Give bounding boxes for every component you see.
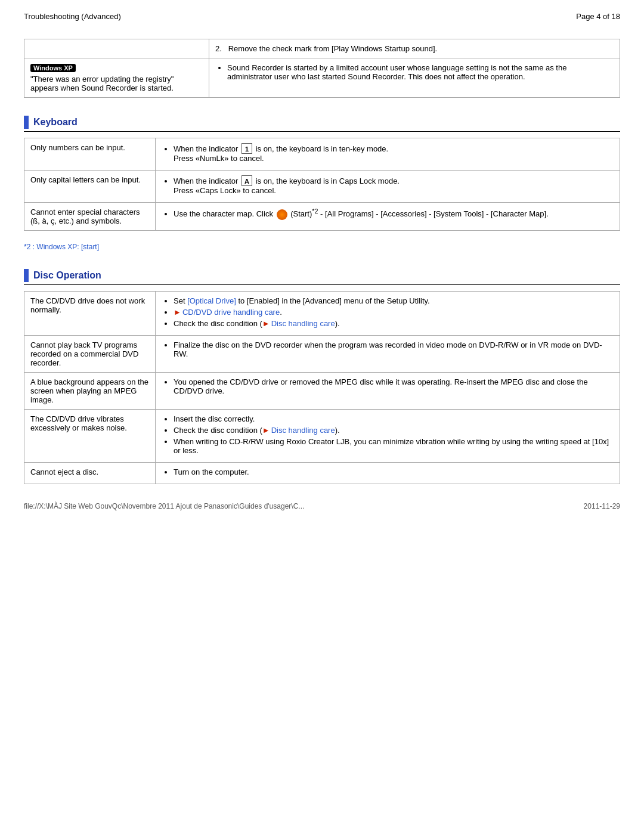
- list-item: When writing to CD-R/RW using Roxio Crea…: [174, 437, 614, 455]
- page-title: Troubleshooting (Advanced): [24, 12, 121, 21]
- disc-section-header-wrapper: Disc Operation: [24, 269, 620, 285]
- problem-cell: Only capital letters can be input.: [24, 171, 156, 203]
- footer-path: file://X:\MÀJ Site Web GouvQc\Novembre 2…: [24, 502, 304, 510]
- problem-cell: Windows XP "There was an error updating …: [24, 58, 209, 98]
- keyboard-section-title: Keyboard: [33, 117, 78, 128]
- disc-section-header: Disc Operation: [24, 269, 620, 285]
- solution-text: Remove the check mark from [Play Windows…: [228, 44, 437, 53]
- solution-cell: 2. Remove the check mark from [Play Wind…: [209, 39, 620, 58]
- solution-cell: Use the character map. Click (Start)*2 -…: [156, 203, 620, 231]
- section-bar-icon: [24, 269, 29, 282]
- problem-text: Cannot enter special characters (ß, à, ç…: [30, 208, 140, 225]
- problem-cell: Cannot enter special characters (ß, à, ç…: [24, 203, 156, 231]
- arrow-icon: ►: [262, 319, 270, 328]
- disc-table: The CD/DVD drive does not work normally.…: [24, 291, 620, 484]
- table-row: Cannot eject a disc. Turn on the compute…: [24, 463, 620, 484]
- problem-text: Cannot play back TV programs recorded on…: [30, 340, 138, 367]
- problem-cell: Only numbers can be input.: [24, 138, 156, 171]
- table-row: The CD/DVD drive does not work normally.…: [24, 292, 620, 336]
- disc-handling-care-link[interactable]: Disc handling care: [271, 319, 335, 328]
- problem-cell: Cannot play back TV programs recorded on…: [24, 336, 156, 373]
- solution-cell: When the indicator 1 is on, the keyboard…: [156, 138, 620, 171]
- problem-cell: A blue background appears on the screen …: [24, 373, 156, 410]
- problem-cell: The CD/DVD drive vibrates excessively or…: [24, 410, 156, 463]
- problem-text: Cannot eject a disc.: [30, 467, 98, 476]
- disc-section-title: Disc Operation: [33, 270, 101, 281]
- table-row: Only numbers can be input. When the indi…: [24, 138, 620, 171]
- optical-drive-link[interactable]: [Optical Drive]: [187, 296, 236, 305]
- list-item: Check the disc condition (►Disc handling…: [174, 319, 614, 328]
- solution-number: 2.: [215, 44, 226, 53]
- start-icon: [277, 209, 287, 220]
- solution-cell: Sound Recorder is started by a limited a…: [209, 58, 620, 98]
- section-bar-icon: [24, 116, 29, 129]
- list-item: Use the character map. Click (Start)*2 -…: [174, 208, 614, 220]
- keyboard-section-header: Keyboard: [24, 116, 620, 132]
- problem-text: Only capital letters can be input.: [30, 175, 141, 184]
- list-item: You opened the CD/DVD drive or removed t…: [174, 377, 614, 395]
- table-row: Cannot enter special characters (ß, à, ç…: [24, 203, 620, 231]
- list-item: Sound Recorder is started by a limited a…: [227, 63, 614, 81]
- caps-indicator-icon: A: [242, 175, 252, 186]
- solution-cell: When the indicator A is on, the keyboard…: [156, 171, 620, 203]
- solution-cell: Insert the disc correctly. Check the dis…: [156, 410, 620, 463]
- cd-dvd-care-link[interactable]: CD/DVD drive handling care: [182, 308, 280, 317]
- page-number: Page 4 of 18: [576, 12, 620, 21]
- num-indicator-icon: 1: [242, 143, 252, 154]
- list-item: Set [Optical Drive] to [Enabled] in the …: [174, 296, 614, 305]
- problem-cell: [24, 39, 209, 58]
- problem-text: "There was an error updating the registr…: [30, 75, 203, 92]
- keyboard-footnote: *2 : Windows XP: [start]: [24, 243, 620, 251]
- table-row: Only capital letters can be input. When …: [24, 171, 620, 203]
- footer-date: 2011-11-29: [584, 502, 620, 510]
- list-item: Check the disc condition (►Disc handling…: [174, 426, 614, 435]
- table-row: 2. Remove the check mark from [Play Wind…: [24, 39, 620, 58]
- problem-text: The CD/DVD drive does not work normally.: [30, 296, 145, 314]
- table-row: A blue background appears on the screen …: [24, 373, 620, 410]
- list-item: When the indicator 1 is on, the keyboard…: [174, 143, 614, 163]
- problem-cell: Cannot eject a disc.: [24, 463, 156, 484]
- problem-text: A blue background appears on the screen …: [30, 377, 148, 404]
- keyboard-table: Only numbers can be input. When the indi…: [24, 138, 620, 231]
- solution-cell: Finalize the disc on the DVD recorder wh…: [156, 336, 620, 373]
- problem-cell: The CD/DVD drive does not work normally.: [24, 292, 156, 336]
- disc-handling-care-link2[interactable]: Disc handling care: [271, 426, 335, 435]
- arrow-icon: ►: [262, 426, 270, 435]
- table-row: Cannot play back TV programs recorded on…: [24, 336, 620, 373]
- problem-text: Only numbers can be input.: [30, 143, 125, 152]
- winxp-badge: Windows XP: [30, 64, 76, 72]
- solution-cell: Turn on the computer.: [156, 463, 620, 484]
- table-row: The CD/DVD drive vibrates excessively or…: [24, 410, 620, 463]
- page-footer: file://X:\MÀJ Site Web GouvQc\Novembre 2…: [24, 502, 620, 510]
- solution-cell: You opened the CD/DVD drive or removed t…: [156, 373, 620, 410]
- problem-text: The CD/DVD drive vibrates excessively or…: [30, 414, 127, 432]
- list-item: Insert the disc correctly.: [174, 414, 614, 423]
- keyboard-section-header-wrapper: Keyboard: [24, 116, 620, 132]
- page-header: Troubleshooting (Advanced) Page 4 of 18: [24, 12, 620, 21]
- list-item: Turn on the computer.: [174, 467, 614, 476]
- list-item: When the indicator A is on, the keyboard…: [174, 175, 614, 195]
- arrow-icon: ►: [174, 308, 181, 317]
- top-table: 2. Remove the check mark from [Play Wind…: [24, 39, 620, 98]
- table-row: Windows XP "There was an error updating …: [24, 58, 620, 98]
- list-item: Finalize the disc on the DVD recorder wh…: [174, 340, 614, 358]
- solution-cell: Set [Optical Drive] to [Enabled] in the …: [156, 292, 620, 336]
- list-item: ►CD/DVD drive handling care.: [174, 308, 614, 317]
